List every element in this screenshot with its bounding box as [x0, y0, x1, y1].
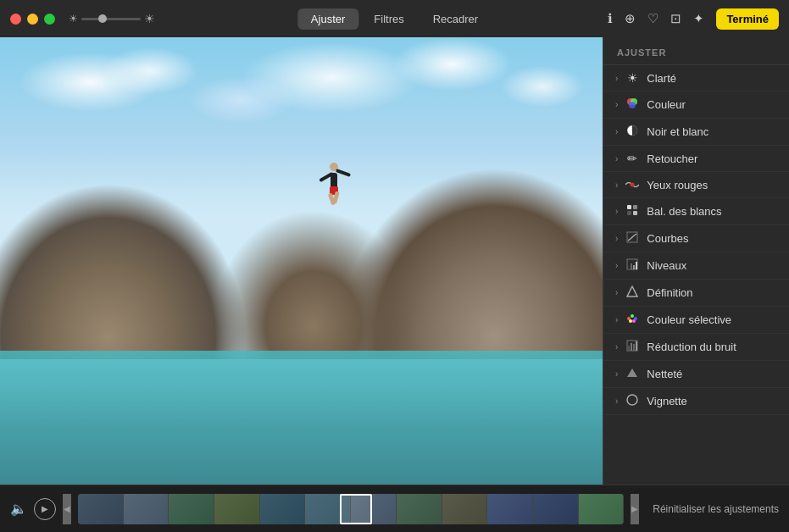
yeuxrouges-label: Yeux rouges [647, 179, 777, 191]
clarte-icon: ☀ [625, 71, 640, 85]
svg-rect-14 [636, 262, 637, 269]
svg-point-19 [629, 319, 632, 323]
couleur-label: Couleur [647, 98, 777, 111]
panel-item-courbes[interactable]: › Courbes [603, 225, 789, 252]
svg-rect-11 [628, 266, 630, 269]
magic-icon[interactable]: ✦ [693, 11, 704, 26]
reset-adjustments-button[interactable]: Réinitialiser les ajustements [653, 503, 779, 515]
chevron-icon-baldesblancs: › [615, 207, 618, 216]
crop-icon[interactable]: ⊡ [670, 11, 681, 26]
niveaux-icon [625, 258, 640, 273]
panel-item-couleurselective[interactable]: › Couleur sélective [603, 307, 789, 334]
film-frame-4 [214, 494, 260, 524]
slider-min-icon: ☀ [69, 13, 78, 25]
chevron-icon-noiretblanc: › [615, 127, 618, 136]
svg-point-2 [629, 102, 636, 108]
chevron-icon-vignette: › [615, 396, 618, 406]
chevron-icon-couleur: › [615, 100, 618, 109]
play-button[interactable]: ▶ [34, 498, 56, 520]
tab-ajuster[interactable]: Ajuster [297, 8, 358, 30]
film-frame-12 [579, 494, 625, 524]
tab-filtres[interactable]: Filtres [360, 8, 417, 30]
baldesblancs-icon [625, 204, 640, 219]
yeuxrouges-icon [625, 178, 640, 191]
svg-point-20 [632, 319, 636, 323]
svg-rect-6 [633, 205, 637, 209]
svg-rect-5 [627, 205, 631, 209]
chevron-icon-courbes: › [615, 234, 618, 243]
panel-item-definition[interactable]: › Définition [603, 280, 789, 307]
filmstrip[interactable] [78, 494, 624, 524]
svg-rect-13 [633, 265, 635, 269]
maximize-button[interactable] [44, 14, 55, 25]
chevron-icon-couleurselective: › [615, 315, 618, 324]
panel-item-reductionbruit[interactable]: › Réduction du bruit [603, 334, 789, 361]
panel-item-nettete[interactable]: › Netteté [603, 361, 789, 388]
photo-canvas [0, 37, 603, 485]
filmstrip-right-handle[interactable]: ▶ [631, 494, 639, 524]
film-frame-3 [169, 494, 214, 524]
panel-items-list: › ☀ Clarté › Couleur › [603, 65, 789, 485]
noiretblanc-label: Noir et blanc [647, 125, 777, 138]
reductionbruit-label: Réduction du bruit [647, 341, 777, 353]
chevron-icon-reductionbruit: › [615, 342, 618, 352]
panel-item-noiretblanc[interactable]: › Noir et blanc [603, 119, 789, 146]
favorite-icon[interactable]: ♡ [647, 11, 658, 26]
brightness-slider-area[interactable]: ☀ ☀ [69, 12, 155, 25]
panel-item-baldesblancs[interactable]: › Bal. des blancs [603, 198, 789, 225]
minimize-button[interactable] [27, 14, 38, 25]
panel-item-yeuxrouges[interactable]: › Yeux rouges [603, 172, 789, 198]
film-frame-10 [487, 494, 533, 524]
film-frame-5 [260, 494, 306, 524]
svg-rect-24 [633, 344, 635, 351]
svg-rect-12 [631, 263, 632, 269]
svg-point-27 [627, 395, 637, 405]
panel-item-niveaux[interactable]: › Niveaux [603, 252, 789, 280]
clarte-label: Clarté [647, 72, 777, 85]
chevron-icon-nettete: › [615, 369, 618, 379]
filmstrip-thumb[interactable] [340, 494, 372, 524]
noiretblanc-icon [625, 125, 640, 139]
add-icon[interactable]: ⊕ [625, 11, 636, 26]
film-frame-11 [533, 494, 579, 524]
panel-item-retoucher[interactable]: › ✏ Retoucher [603, 146, 789, 172]
vignette-label: Vignette [647, 395, 777, 407]
reductionbruit-icon [625, 340, 640, 354]
niveaux-label: Niveaux [647, 259, 777, 272]
nettete-label: Netteté [647, 368, 777, 380]
slider-thumb[interactable] [98, 14, 107, 23]
svg-marker-15 [627, 286, 637, 296]
couleurselective-icon [625, 313, 640, 327]
chevron-icon-niveaux: › [615, 261, 618, 270]
close-button[interactable] [10, 14, 21, 25]
panel-item-vignette[interactable]: › Vignette [603, 388, 789, 415]
chevron-icon-definition: › [615, 288, 618, 297]
panel-item-couleur[interactable]: › Couleur [603, 91, 789, 119]
definition-label: Définition [647, 286, 777, 299]
photo-water [0, 351, 603, 485]
main-content: AJUSTER › ☀ Clarté › Couleur › [0, 37, 789, 485]
courbes-icon [625, 231, 640, 246]
film-frame-8 [397, 494, 442, 524]
svg-rect-22 [628, 346, 630, 351]
traffic-lights [10, 14, 55, 25]
slider-track[interactable] [81, 18, 141, 20]
definition-icon [625, 285, 640, 300]
svg-rect-25 [636, 341, 637, 351]
svg-rect-7 [627, 211, 631, 215]
bottom-bar: 🔈 ▶ ◀ ▶ Réinitialiser les ajustements [0, 485, 789, 532]
tab-recadrer[interactable]: Recadrer [420, 8, 492, 30]
volume-icon[interactable]: 🔈 [10, 501, 27, 517]
filmstrip-left-handle[interactable]: ◀ [63, 494, 71, 524]
info-icon[interactable]: ℹ [608, 11, 613, 26]
chevron-icon-yeuxrouges: › [615, 180, 618, 190]
film-frame-1 [78, 494, 124, 524]
couleurselective-label: Couleur sélective [647, 313, 777, 326]
retoucher-label: Retoucher [647, 152, 777, 165]
termine-button[interactable]: Terminé [716, 8, 779, 30]
panel-item-clarte[interactable]: › ☀ Clarté [603, 65, 789, 91]
titlebar: ☀ ☀ Ajuster Filtres Recadrer ℹ ⊕ ♡ ⊡ ✦ T… [0, 0, 789, 37]
slider-max-icon: ☀ [144, 12, 155, 25]
titlebar-right: ℹ ⊕ ♡ ⊡ ✦ Terminé [608, 8, 779, 30]
film-frame-9 [442, 494, 488, 524]
